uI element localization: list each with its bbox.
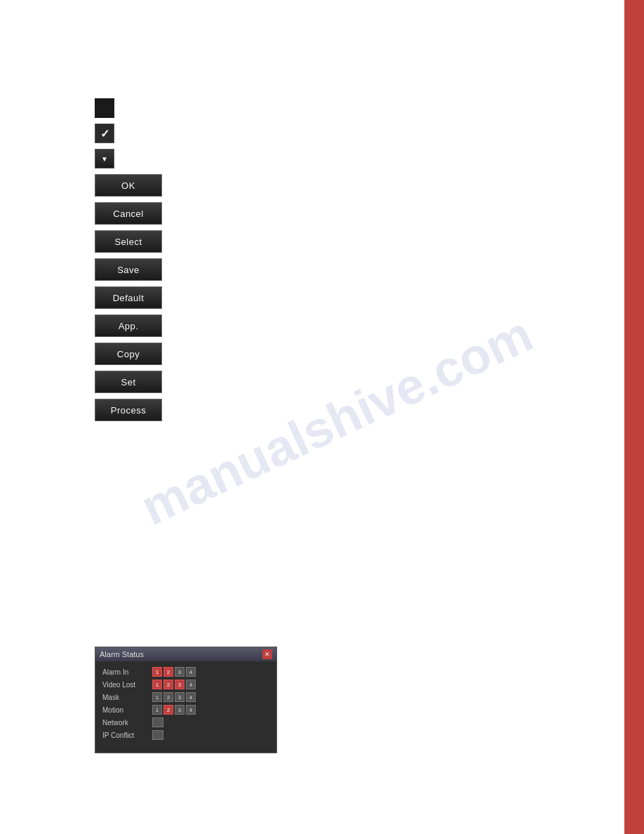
alarm-label-network: Network bbox=[102, 719, 148, 727]
channel-4: 4 bbox=[186, 680, 196, 689]
select-button[interactable]: Select bbox=[95, 230, 162, 253]
right-sidebar bbox=[624, 0, 644, 834]
checkmark-icon[interactable]: ✓ bbox=[95, 124, 114, 143]
alarm-dialog-close-button[interactable]: ✕ bbox=[262, 649, 272, 659]
channel-3: 3 bbox=[175, 692, 185, 702]
alarm-label-motion: Motion bbox=[102, 706, 148, 714]
alarm-label-alarm-in: Alarm In bbox=[102, 668, 148, 676]
alarm-channels-motion: 1 2 3 4 bbox=[152, 705, 196, 715]
channel-3: 3 bbox=[175, 705, 185, 715]
channel-4: 4 bbox=[186, 692, 196, 702]
alarm-label-mask: Mask bbox=[102, 694, 148, 701]
dropdown-arrow-icon[interactable]: ▼ bbox=[95, 149, 114, 168]
channel-2: 2 bbox=[163, 692, 173, 702]
alarm-row-alarm-in: Alarm In 1 2 3 4 bbox=[102, 667, 269, 677]
channel-2: 2 bbox=[163, 705, 173, 715]
channel-2: 2 bbox=[163, 680, 173, 689]
alarm-row-ip-conflict: IP Conflict bbox=[102, 730, 269, 740]
alarm-row-video-lost: Video Lost 1 2 3 4 bbox=[102, 680, 269, 689]
alarm-label-video-lost: Video Lost bbox=[102, 681, 148, 689]
alarm-channels-mask: 1 2 3 4 bbox=[152, 692, 196, 702]
save-button[interactable]: Save bbox=[95, 258, 162, 281]
alarm-dialog-body: Alarm In 1 2 3 4 Video Lost 1 2 3 4 bbox=[95, 661, 276, 753]
channel-1: 1 bbox=[152, 692, 162, 702]
ok-button[interactable]: OK bbox=[95, 174, 162, 197]
alarm-channels-network bbox=[152, 717, 163, 727]
alarm-channels-ip-conflict bbox=[152, 730, 163, 740]
alarm-channels-video-lost: 1 2 3 4 bbox=[152, 680, 196, 689]
channel-1: 1 bbox=[152, 667, 162, 677]
default-button[interactable]: Default bbox=[95, 286, 162, 309]
check-symbol: ✓ bbox=[100, 127, 109, 140]
channel-4: 4 bbox=[186, 705, 196, 715]
channel-3: 3 bbox=[175, 667, 185, 677]
channel-3: 3 bbox=[175, 680, 185, 689]
watermark: manualshive.com bbox=[140, 211, 533, 632]
alarm-dialog-titlebar: Alarm Status ✕ bbox=[95, 647, 276, 661]
channel-4: 4 bbox=[186, 667, 196, 677]
set-button[interactable]: Set bbox=[95, 371, 162, 393]
channel-1: 1 bbox=[152, 680, 162, 689]
channel-single bbox=[152, 730, 163, 740]
cancel-button[interactable]: Cancel bbox=[95, 202, 162, 225]
ui-elements-column: ✓ ▼ OK Cancel Select Save Default App. C… bbox=[95, 98, 162, 421]
channel-single bbox=[152, 717, 163, 727]
alarm-status-dialog: Alarm Status ✕ Alarm In 1 2 3 4 Video Lo… bbox=[95, 647, 277, 753]
process-button[interactable]: Process bbox=[95, 399, 162, 421]
watermark-text: manualshive.com bbox=[133, 306, 540, 536]
arrow-symbol: ▼ bbox=[101, 155, 108, 163]
alarm-row-mask: Mask 1 2 3 4 bbox=[102, 692, 269, 702]
alarm-dialog-title-text: Alarm Status bbox=[100, 650, 144, 658]
black-square-icon[interactable] bbox=[95, 98, 114, 118]
app-button[interactable]: App. bbox=[95, 315, 162, 337]
alarm-channels-alarm-in: 1 2 3 4 bbox=[152, 667, 196, 677]
copy-button[interactable]: Copy bbox=[95, 343, 162, 365]
channel-2: 2 bbox=[163, 667, 173, 677]
alarm-row-network: Network bbox=[102, 717, 269, 727]
alarm-row-motion: Motion 1 2 3 4 bbox=[102, 705, 269, 715]
channel-1: 1 bbox=[152, 705, 162, 715]
alarm-label-ip-conflict: IP Conflict bbox=[102, 732, 148, 739]
page-content: ✓ ▼ OK Cancel Select Save Default App. C… bbox=[0, 0, 644, 834]
